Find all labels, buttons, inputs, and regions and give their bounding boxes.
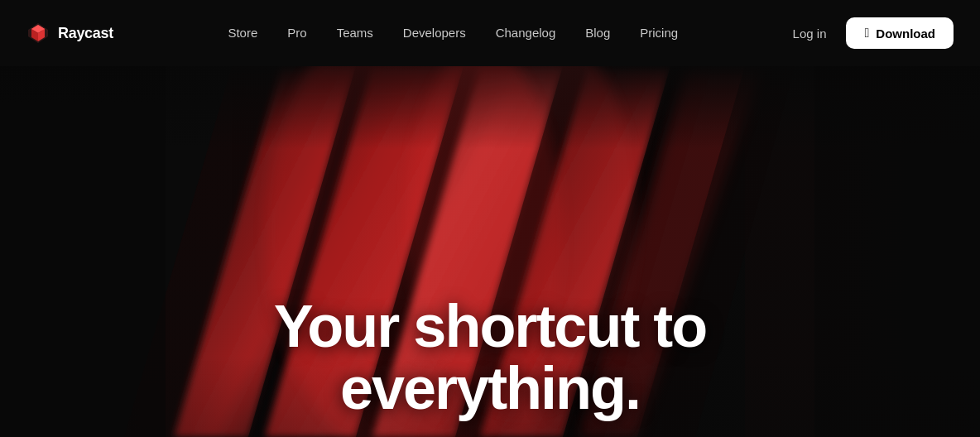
hero-title: Your shortcut to everything. [33, 295, 947, 420]
logo-link[interactable]: Raycast [26, 22, 113, 45]
login-link[interactable]: Log in [793, 26, 827, 41]
nav-item-developers[interactable]: Developers [403, 26, 466, 40]
hero-title-line1: Your shortcut to [274, 293, 707, 359]
hero-content: Your shortcut to everything. [0, 295, 980, 420]
navbar: Raycast Store Pro Teams Developers Chang… [0, 0, 980, 66]
nav-item-changelog[interactable]: Changelog [496, 26, 556, 40]
nav-item-blog[interactable]: Blog [585, 26, 610, 40]
nav-item-teams[interactable]: Teams [337, 26, 373, 40]
nav-links: Store Pro Teams Developers Changelog Blo… [228, 26, 678, 41]
nav-item-pricing[interactable]: Pricing [640, 26, 678, 40]
nav-right: Log in  Download [793, 17, 954, 49]
download-label: Download [876, 26, 935, 41]
hero-title-line2: everything. [340, 355, 640, 421]
logo-text: Raycast [58, 25, 113, 42]
download-button[interactable]:  Download [846, 17, 954, 49]
nav-item-pro[interactable]: Pro [287, 26, 306, 40]
apple-icon:  [864, 26, 869, 41]
nav-item-store[interactable]: Store [228, 26, 257, 40]
logo-icon [26, 22, 50, 45]
hero-section: Your shortcut to everything. [0, 66, 980, 437]
